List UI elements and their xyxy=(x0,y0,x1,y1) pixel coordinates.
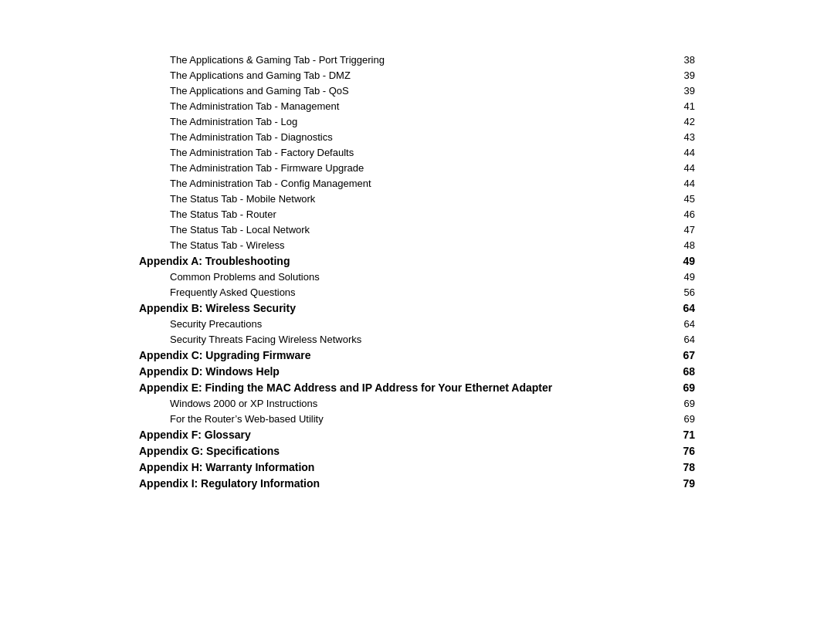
toc-label: The Administration Tab - Management xyxy=(170,100,672,112)
toc-row: Appendix C: Upgrading Firmware67 xyxy=(139,349,695,361)
toc-label: Appendix I: Regulatory Information xyxy=(139,477,672,490)
toc-page: 42 xyxy=(672,116,695,127)
toc-page: 44 xyxy=(672,162,695,174)
toc-row: Security Threats Facing Wireless Network… xyxy=(139,334,695,345)
toc-page: 44 xyxy=(672,147,695,158)
toc-label: Security Precautions xyxy=(170,318,672,330)
toc-label: Appendix F: Glossary xyxy=(139,429,672,441)
toc-row: Appendix B: Wireless Security64 xyxy=(139,302,695,314)
toc-label: Security Threats Facing Wireless Network… xyxy=(170,334,672,345)
toc-row: Common Problems and Solutions49 xyxy=(139,271,695,283)
toc-page: 38 xyxy=(672,54,695,66)
toc-row: The Status Tab - Wireless48 xyxy=(139,239,695,251)
toc-label: Common Problems and Solutions xyxy=(170,271,672,283)
toc-row: Appendix G: Specifications76 xyxy=(139,445,695,457)
toc-page: 56 xyxy=(672,286,695,298)
toc-page: 67 xyxy=(672,349,695,361)
toc-label: Appendix E: Finding the MAC Address and … xyxy=(139,381,672,394)
toc-label: Appendix G: Specifications xyxy=(139,445,672,457)
toc-label: Appendix B: Wireless Security xyxy=(139,302,672,314)
toc-row: The Status Tab - Mobile Network45 xyxy=(139,193,695,205)
toc-page: 78 xyxy=(672,461,695,473)
toc-row: Appendix E: Finding the MAC Address and … xyxy=(139,381,695,394)
toc-row: Appendix F: Glossary71 xyxy=(139,429,695,441)
toc-page: 49 xyxy=(672,255,695,267)
toc-page: 64 xyxy=(672,302,695,314)
toc-page: 39 xyxy=(672,69,695,81)
toc-label: The Administration Tab - Config Manageme… xyxy=(170,178,672,189)
toc-page: 68 xyxy=(672,365,695,378)
toc-label: The Status Tab - Wireless xyxy=(170,239,672,251)
toc-label: The Administration Tab - Factory Default… xyxy=(170,147,672,158)
toc-label: The Administration Tab - Firmware Upgrad… xyxy=(170,162,672,174)
toc-row: The Administration Tab - Firmware Upgrad… xyxy=(139,162,695,174)
toc-label: The Administration Tab - Log xyxy=(170,116,672,127)
toc-page: 49 xyxy=(672,271,695,283)
toc-page: 69 xyxy=(672,381,695,394)
toc-page: 71 xyxy=(672,429,695,441)
toc-page: 64 xyxy=(672,318,695,330)
toc-row: The Applications and Gaming Tab - QoS39 xyxy=(139,85,695,97)
toc-row: The Applications & Gaming Tab - Port Tri… xyxy=(139,54,695,66)
toc-label: Frequently Asked Questions xyxy=(170,286,672,298)
toc-row: The Administration Tab - Factory Default… xyxy=(139,147,695,158)
toc-row: The Administration Tab - Config Manageme… xyxy=(139,178,695,189)
toc-row: The Status Tab - Local Network47 xyxy=(139,224,695,236)
toc-label: The Status Tab - Mobile Network xyxy=(170,193,672,205)
toc-page: 47 xyxy=(672,224,695,236)
toc-label: The Applications and Gaming Tab - QoS xyxy=(170,85,672,97)
toc-row: Appendix I: Regulatory Information79 xyxy=(139,477,695,490)
toc-row: The Administration Tab - Diagnostics43 xyxy=(139,131,695,143)
toc-page: 69 xyxy=(672,413,695,425)
toc-row: Frequently Asked Questions56 xyxy=(139,286,695,298)
toc-label: The Status Tab - Router xyxy=(170,208,672,220)
toc-label: The Administration Tab - Diagnostics xyxy=(170,131,672,143)
toc-row: Security Precautions64 xyxy=(139,318,695,330)
toc-label: Appendix A: Troubleshooting xyxy=(139,255,672,267)
toc-label: Appendix C: Upgrading Firmware xyxy=(139,349,672,361)
toc-label: The Applications & Gaming Tab - Port Tri… xyxy=(170,54,672,66)
toc-container: The Applications & Gaming Tab - Port Tri… xyxy=(139,54,695,490)
toc-label: The Status Tab - Local Network xyxy=(170,224,672,236)
toc-page: 44 xyxy=(672,178,695,189)
toc-page: 43 xyxy=(672,131,695,143)
toc-label: The Applications and Gaming Tab - DMZ xyxy=(170,69,672,81)
toc-label: Appendix H: Warranty Information xyxy=(139,461,672,473)
toc-page: 48 xyxy=(672,239,695,251)
toc-row: The Administration Tab - Management41 xyxy=(139,100,695,112)
toc-row: The Administration Tab - Log42 xyxy=(139,116,695,127)
toc-row: Appendix H: Warranty Information78 xyxy=(139,461,695,473)
toc-row: The Applications and Gaming Tab - DMZ39 xyxy=(139,69,695,81)
toc-page: 76 xyxy=(672,445,695,457)
toc-row: Appendix D: Windows Help68 xyxy=(139,365,695,378)
toc-page: 45 xyxy=(672,193,695,205)
toc-page: 64 xyxy=(672,334,695,345)
toc-page: 46 xyxy=(672,208,695,220)
toc-row: Windows 2000 or XP Instructions69 xyxy=(139,398,695,409)
toc-label: Appendix D: Windows Help xyxy=(139,365,672,378)
toc-label: Windows 2000 or XP Instructions xyxy=(170,398,672,409)
toc-row: Appendix A: Troubleshooting49 xyxy=(139,255,695,267)
toc-page: 69 xyxy=(672,398,695,409)
toc-row: For the Router’s Web-based Utility69 xyxy=(139,413,695,425)
toc-page: 79 xyxy=(672,477,695,490)
toc-page: 41 xyxy=(672,100,695,112)
toc-row: The Status Tab - Router46 xyxy=(139,208,695,220)
toc-label: For the Router’s Web-based Utility xyxy=(170,413,672,425)
toc-page: 39 xyxy=(672,85,695,97)
